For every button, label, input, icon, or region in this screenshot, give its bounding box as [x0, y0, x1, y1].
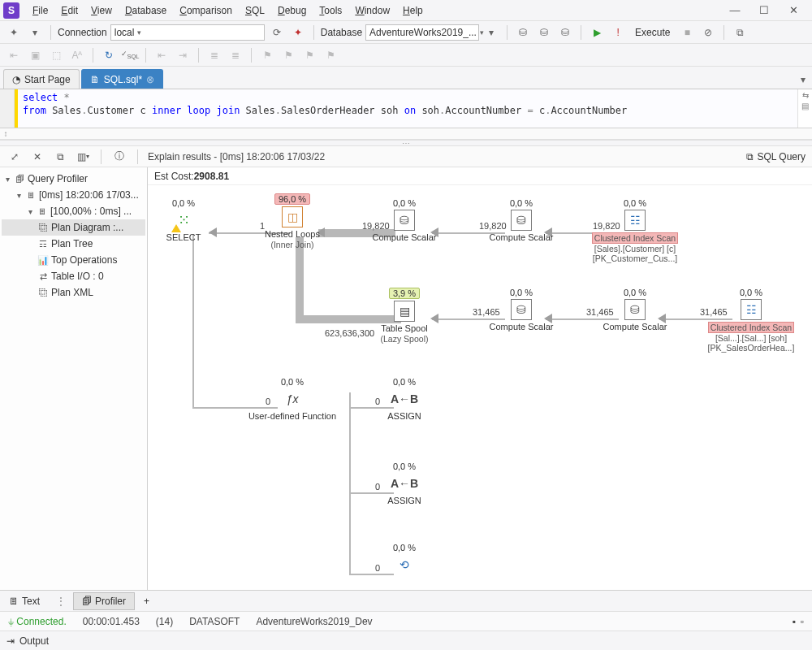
document-tabstrip: ◔ Start Page 🗎 SQL.sql* ⊗ ▾	[0, 67, 812, 89]
status-view-1-icon[interactable]: ▪	[792, 616, 795, 627]
status-rows: (14)	[156, 616, 173, 627]
status-view-2-icon[interactable]: ▫	[801, 616, 804, 627]
bm-clear-icon[interactable]: ⚑	[322, 46, 339, 64]
plan-node-nested-loops[interactable]: 96,0 % ◫ Nested Loops (Inner Join)	[244, 193, 341, 249]
font-icon[interactable]: Aᴬ	[68, 46, 86, 64]
menu-help[interactable]: Help	[396, 3, 430, 18]
so-dropdown-icon[interactable]: ▾	[26, 24, 44, 41]
menu-view[interactable]: View	[84, 3, 119, 18]
results-title: Explain results - [0ms] 18:20:06 17/03/2…	[148, 151, 325, 162]
menu-window[interactable]: Window	[348, 3, 396, 18]
sql-code[interactable]: select * from Sales.Customer c inner loo…	[18, 89, 797, 128]
tree-root[interactable]: ▾🗐Query Profiler	[2, 171, 145, 187]
tree-run[interactable]: ▾🗏[0ms] 18:20:06 17/03...	[2, 187, 145, 203]
tab-close-icon[interactable]: ⊗	[146, 74, 154, 85]
bottom-tab-text[interactable]: 🗏Text	[0, 592, 49, 610]
plan-node-table-spool[interactable]: 3,9 % ▤ Table Spool (Lazy Spool)	[356, 288, 453, 344]
window-maximize-button[interactable]: ☐	[755, 4, 773, 16]
plan-node-assign-1[interactable]: 0,0 % A←B ASSIGN	[356, 377, 453, 422]
horizontal-splitter[interactable]: ⋯	[0, 140, 812, 146]
execute-button[interactable]: Execute	[630, 24, 675, 41]
layout-icon[interactable]: ⬚	[47, 46, 65, 64]
run-icon[interactable]: ▶	[588, 24, 606, 41]
tree-table-io[interactable]: ⇄Table I/O : 0	[2, 268, 145, 284]
misc-icon[interactable]: ⧉	[731, 24, 749, 41]
results-toolbar: ⤢ ✕ ⧉ ▥▾ ⓘ Explain results - [0ms] 18:20…	[0, 146, 812, 167]
bm-next-icon[interactable]: ⚑	[300, 46, 318, 64]
indent2-icon[interactable]: ⇥	[174, 46, 192, 64]
bottom-tab-spacer[interactable]: ⋮	[49, 596, 73, 607]
db-icon-1[interactable]: ⛁	[514, 24, 532, 41]
indent-icon[interactable]: ⇤	[5, 46, 23, 64]
menu-edit[interactable]: Edit	[54, 3, 84, 18]
connection-combo[interactable]: local	[110, 24, 265, 41]
outdent-icon[interactable]: ⇤	[153, 46, 171, 64]
align-r-icon[interactable]: ≣	[227, 46, 244, 64]
window-minimize-button[interactable]: —	[726, 4, 744, 16]
bm-prev-icon[interactable]: ⚑	[279, 46, 297, 64]
reload-icon[interactable]: ↻	[100, 46, 118, 64]
sql-query-link[interactable]: ⧉ SQL Query	[746, 151, 806, 162]
plan-node-compute-scalar-2[interactable]: 0,0 % ⛁ Compute Scalar	[473, 198, 570, 243]
profiler-tree[interactable]: ▾🗐Query Profiler ▾🗏[0ms] 18:20:06 17/03.…	[0, 167, 147, 590]
menu-debug[interactable]: Debug	[271, 3, 313, 18]
tabstrip-overflow-icon[interactable]: ▾	[794, 71, 812, 89]
sql-editor[interactable]: select * from Sales.Customer c inner loo…	[0, 89, 812, 128]
bottom-tab-profiler[interactable]: 🗐Profiler	[73, 592, 135, 610]
tree-top-ops[interactable]: 📊Top Operations	[2, 252, 145, 268]
tree-plan-tree[interactable]: ☶Plan Tree	[2, 236, 145, 252]
clipboard-icon: 🗐	[14, 174, 25, 184]
copy-result-icon[interactable]: ⧉	[52, 149, 68, 165]
plan-node-udf[interactable]: 0,0 % ƒx User-defined Function	[244, 377, 341, 422]
app-icon: S	[3, 2, 19, 19]
output-panel-tab[interactable]: ⇥ Output	[0, 630, 812, 650]
cancel-icon[interactable]: ⊘	[699, 24, 717, 41]
tree-icon: ☶	[37, 239, 49, 249]
plan-node-compute-scalar-4[interactable]: 0,0 % ⛁ Compute Scalar	[586, 288, 684, 332]
bookmark-icon[interactable]: ⚑	[258, 46, 276, 64]
plan-canvas[interactable]: Est Cost: 2908.81	[148, 167, 812, 590]
bottom-tab-add[interactable]: +	[135, 592, 158, 610]
info-icon[interactable]: ⓘ	[111, 149, 127, 165]
plan-node-select[interactable]: 0,0 % ⁙ SELECT	[148, 198, 232, 243]
window-close-button[interactable]: ✕	[784, 4, 802, 16]
plan-node-cix-customer[interactable]: 0,0 % ☷ Clustered Index Scan [Sales].[Cu…	[586, 198, 684, 263]
status-bar: ⏚ Connected. 00:00:01.453 (14) DATASOFT …	[0, 611, 812, 630]
db-icon-2[interactable]: ⛁	[535, 24, 553, 41]
db-icon-3[interactable]: ⛁	[556, 24, 574, 41]
camera-icon[interactable]: ▣	[26, 46, 44, 64]
menu-file[interactable]: File	[26, 3, 54, 18]
sql-query-icon: ⧉	[746, 151, 754, 162]
est-cost-row: Est Cost: 2908.81	[148, 167, 812, 185]
new-query-icon[interactable]: ✦	[5, 24, 23, 41]
plan-node-compute-scalar-1[interactable]: 0,0 % ⛁ Compute Scalar	[356, 198, 453, 243]
db-dropdown-icon[interactable]: ▾	[482, 24, 500, 41]
tree-plan-diagram[interactable]: ⿻Plan Diagram :...	[2, 219, 145, 236]
plan-node-leaf[interactable]: 0,0 % ⟲	[356, 543, 453, 577]
split-icon[interactable]: ⇆	[802, 91, 809, 100]
refresh-conn-icon[interactable]: ⟳	[268, 24, 286, 41]
menu-comparison[interactable]: Comparison	[173, 3, 239, 18]
plan-node-assign-2[interactable]: 0,0 % A←B ASSIGN	[356, 462, 453, 506]
toolbar-main: ✦ ▾ Connection local ⟳ ✦ Database Advent…	[0, 21, 812, 44]
error-icon[interactable]: !	[609, 24, 627, 41]
database-combo[interactable]: AdventureWorks2019_...	[365, 24, 479, 41]
layout-result-icon[interactable]: ▥▾	[75, 149, 91, 165]
profiler-sidebar: ▾🗐Query Profiler ▾🗏[0ms] 18:20:06 17/03.…	[0, 167, 148, 590]
tree-plan-xml[interactable]: ⿻Plan XML	[2, 284, 145, 301]
tab-start-page[interactable]: ◔ Start Page	[3, 69, 80, 89]
collapse-icon[interactable]: ⤢	[6, 149, 23, 165]
check-sql-icon[interactable]: ✓SQL	[121, 46, 139, 64]
menu-database[interactable]: Database	[119, 3, 173, 18]
menu-sql[interactable]: SQL	[239, 3, 271, 18]
plan-node-cix-soh[interactable]: 0,0 % ☷ Clustered Index Scan [Sal...].[S…	[702, 288, 800, 353]
menu-tools[interactable]: Tools	[313, 3, 348, 18]
stop-icon[interactable]: ■	[678, 24, 696, 41]
delete-result-icon[interactable]: ✕	[29, 149, 45, 165]
disconnect-icon[interactable]: ✦	[289, 24, 307, 41]
plan-node-compute-scalar-3[interactable]: 0,0 % ⛁ Compute Scalar	[473, 288, 570, 332]
tree-query[interactable]: ▾🗏[100,00% : 0ms] ...	[2, 203, 145, 219]
minimap-icon[interactable]: ▤	[801, 102, 809, 110]
tab-sql-file[interactable]: 🗎 SQL.sql* ⊗	[81, 69, 163, 89]
align-l-icon[interactable]: ≣	[205, 46, 223, 64]
